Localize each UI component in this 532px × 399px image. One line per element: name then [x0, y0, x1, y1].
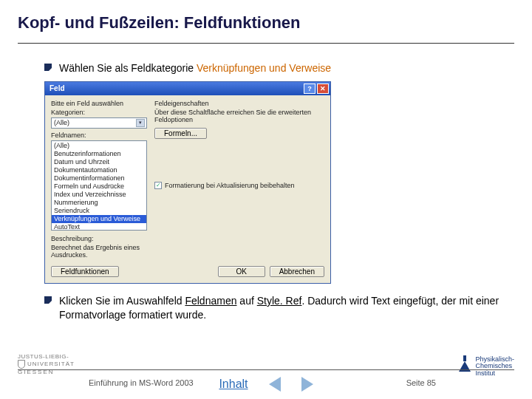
bullet-1: Wählen Sie als Feldkategorie Verknüpfung… — [44, 61, 514, 75]
bullet-1-prefix: Wählen Sie als Feldkategorie — [59, 62, 197, 74]
field-properties-label: Feldeigenschaften — [154, 100, 324, 107]
combo-value: (Alle) — [54, 119, 69, 126]
bullet-2: Klicken Sie im Auswahlfeld Feldnamen auf… — [44, 294, 514, 322]
b2-fieldnames: Feldnamen — [185, 295, 236, 307]
uni-line2: UNIVERSITÄT — [27, 361, 75, 367]
university-logo: JUSTUS-LIEBIG- UNIVERSITÄT GIESSEN — [18, 353, 75, 375]
close-icon[interactable]: ✕ — [317, 83, 329, 94]
checkbox-icon: ✓ — [154, 182, 162, 189]
dialog-titlebar[interactable]: Feld ? ✕ — [45, 82, 330, 95]
inst-line3: Institut — [475, 370, 514, 377]
ok-button[interactable]: OK — [218, 266, 265, 277]
dialog-title: Feld — [50, 84, 65, 92]
description-text: Berechnet das Ergebnis eines Ausdruckes. — [51, 244, 147, 259]
dialog-screenshot: Feld ? ✕ Bitte ein Feld auswählen Katego… — [44, 81, 514, 284]
cancel-button[interactable]: Abbrechen — [270, 266, 324, 277]
chevron-down-icon[interactable]: ▾ — [136, 119, 145, 127]
slide-title: Kopf- und Fußzeilen: Feldfunktionen — [0, 0, 532, 38]
footer-rule — [18, 369, 514, 370]
select-field-label: Bitte ein Feld auswählen — [51, 100, 147, 107]
list-item[interactable]: Dokumentinformationen — [52, 174, 146, 183]
b2-b: auf — [236, 295, 256, 307]
list-item[interactable]: Benutzerinformationen — [52, 150, 146, 158]
page-number: Seite 85 — [406, 378, 436, 387]
b2-styleref: Style. Ref — [257, 295, 302, 307]
categories-label: Kategorien: — [51, 109, 147, 116]
bullet-1-accent: Verknüpfungen und Verweise — [197, 62, 331, 74]
list-item[interactable]: AutoText — [52, 223, 146, 231]
bullet-icon — [44, 64, 52, 71]
field-functions-button[interactable]: Feldfunktionen — [51, 266, 119, 277]
slide-footer: JUSTUS-LIEBIG- UNIVERSITÄT GIESSEN Physi… — [0, 340, 532, 399]
list-item[interactable]: Nummerierung — [52, 199, 146, 207]
field-properties-hint: Über diese Schaltfläche erreichen Sie di… — [154, 109, 324, 123]
bullet-2-text: Klicken Sie im Auswahlfeld Feldnamen auf… — [59, 294, 514, 322]
list-item[interactable]: Datum und Uhrzeit — [52, 158, 146, 166]
checkbox-label: Formatierung bei Aktualisierung beibehal… — [165, 182, 295, 189]
formula-button[interactable]: Formeln... — [154, 128, 207, 139]
list-item[interactable]: Dokumentautomation — [52, 166, 146, 174]
content-area: Wählen Sie als Feldkategorie Verknüpfung… — [0, 44, 532, 322]
help-icon[interactable]: ? — [304, 83, 316, 94]
list-item[interactable]: Index und Verzeichnisse — [52, 191, 146, 199]
description-label: Beschreibung: — [51, 235, 147, 242]
flask-icon — [459, 361, 471, 372]
shield-icon — [18, 360, 25, 369]
institute-logo: Physikalisch- Chemisches Institut — [459, 356, 514, 377]
b2-a: Klicken Sie im Auswahlfeld — [59, 295, 185, 307]
list-item[interactable]: Seriendruck — [52, 207, 146, 215]
fieldnames-label: Feldnamen: — [51, 132, 147, 139]
list-item[interactable]: Formeln und Ausdrücke — [52, 183, 146, 191]
uni-line1: JUSTUS-LIEBIG- — [18, 353, 75, 360]
categories-combo[interactable]: (Alle) ▾ — [51, 117, 147, 129]
next-arrow-icon[interactable] — [301, 377, 313, 392]
preserve-format-checkbox[interactable]: ✓ Formatierung bei Aktualisierung beibeh… — [154, 182, 324, 189]
bullet-icon — [44, 296, 52, 304]
list-item-selected[interactable]: Verknüpfungen und Verweise — [52, 215, 146, 223]
toc-link[interactable]: Inhalt — [219, 378, 248, 391]
list-item[interactable]: (Alle) — [52, 142, 146, 150]
bullet-1-text: Wählen Sie als Feldkategorie Verknüpfung… — [59, 61, 331, 75]
fieldnames-listbox[interactable]: (Alle) Benutzerinformationen Datum und U… — [51, 140, 147, 231]
prev-arrow-icon[interactable] — [269, 377, 281, 392]
field-dialog: Feld ? ✕ Bitte ein Feld auswählen Katego… — [44, 81, 331, 284]
